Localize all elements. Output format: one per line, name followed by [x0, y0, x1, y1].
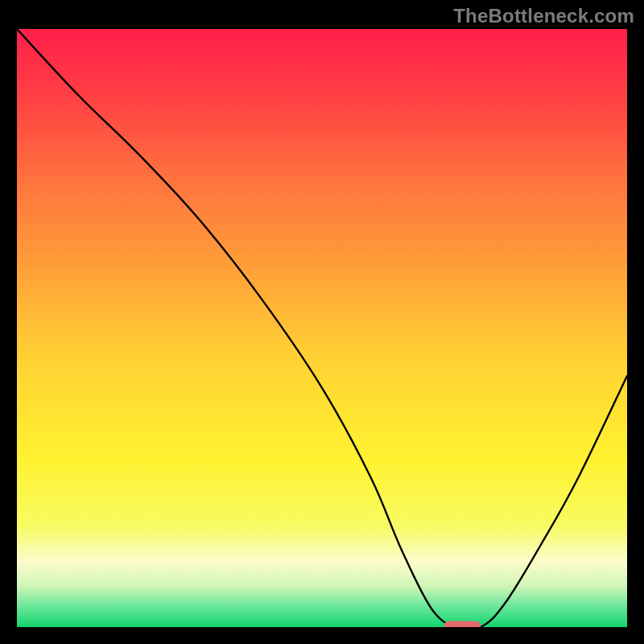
attribution-label: TheBottleneck.com — [453, 5, 634, 27]
plot-area — [17, 29, 627, 627]
chart-svg — [17, 29, 627, 627]
chart-stage: TheBottleneck.com — [0, 0, 644, 644]
optimal-marker — [444, 621, 481, 627]
plot-frame — [10, 29, 634, 634]
gradient-background — [17, 29, 627, 627]
